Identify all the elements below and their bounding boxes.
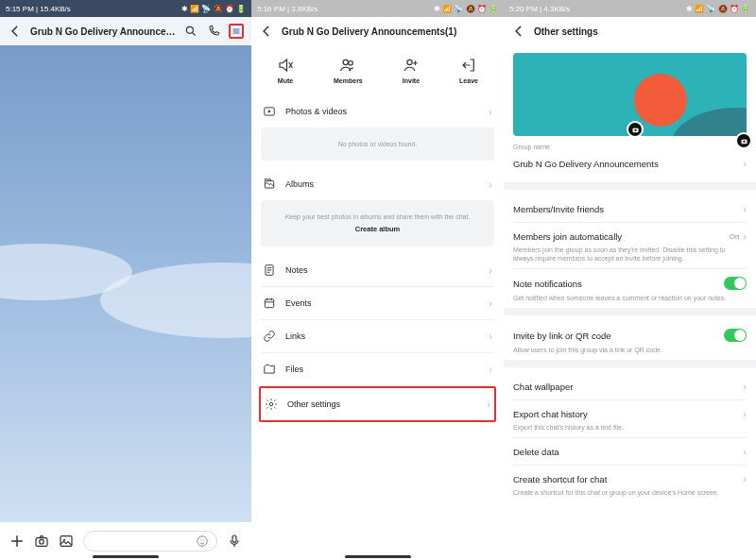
svg-rect-15 bbox=[265, 299, 273, 308]
home-indicator bbox=[93, 555, 159, 558]
home-indicator bbox=[345, 555, 411, 558]
status-bar: 5:20 PM | 4.3KB/s ✱ 📶 📡 🔕 ⏰ 🔋 bbox=[504, 0, 756, 17]
links-row[interactable]: Links› bbox=[261, 320, 494, 352]
other-settings-row[interactable]: Other settings› bbox=[259, 386, 496, 422]
screen-chat: 5:15 PM | 15.4KB/s ✱ 📶 📡 🔕 ⏰ 🔋 Grub N Go… bbox=[0, 0, 251, 560]
chat-background bbox=[0, 45, 251, 560]
svg-point-9 bbox=[344, 59, 349, 64]
camera-icon[interactable] bbox=[735, 132, 752, 149]
invite-button[interactable]: Invite bbox=[403, 57, 420, 84]
events-row[interactable]: Events› bbox=[261, 287, 494, 319]
plus-icon[interactable] bbox=[9, 534, 25, 549]
info-header: Grub N Go Delivery Announcements(1) bbox=[251, 17, 504, 45]
toggle-on-icon[interactable] bbox=[724, 277, 747, 290]
back-icon[interactable] bbox=[8, 24, 23, 39]
photos-row[interactable]: Photos & videos› bbox=[261, 95, 494, 127]
svg-point-20 bbox=[743, 140, 745, 142]
albums-empty[interactable]: Keep your best photos in albums and shar… bbox=[261, 200, 494, 246]
svg-point-5 bbox=[198, 536, 208, 547]
chat-title: Grub N Go Delivery Announce… (1) bbox=[30, 26, 176, 37]
search-icon[interactable] bbox=[183, 24, 198, 39]
composer-bar bbox=[0, 522, 251, 560]
back-icon[interactable] bbox=[511, 24, 526, 39]
files-row[interactable]: Files› bbox=[261, 353, 494, 385]
status-bar: 5:16 PM | 3.8KB/s ✱ 📶 📡 🔕 ⏰ 🔋 bbox=[251, 0, 504, 17]
info-title: Grub N Go Delivery Announcements(1) bbox=[282, 26, 496, 37]
message-input[interactable] bbox=[83, 531, 217, 552]
call-icon[interactable] bbox=[206, 24, 221, 39]
notes-row[interactable]: Notes› bbox=[261, 254, 494, 286]
svg-point-16 bbox=[269, 402, 273, 406]
mic-icon[interactable] bbox=[227, 534, 242, 549]
export-sub: Export this chat's history as a text fil… bbox=[513, 423, 747, 432]
back-icon[interactable] bbox=[259, 24, 274, 39]
settings-title: Other settings bbox=[534, 26, 748, 37]
svg-point-6 bbox=[200, 539, 201, 540]
status-bar: 5:15 PM | 15.4KB/s ✱ 📶 📡 🔕 ⏰ 🔋 bbox=[0, 0, 251, 17]
group-cover[interactable] bbox=[513, 53, 747, 136]
svg-point-7 bbox=[203, 539, 204, 540]
wallpaper-row[interactable]: Chat wallpaper› bbox=[513, 373, 747, 399]
svg-point-0 bbox=[186, 26, 193, 33]
members-row[interactable]: Members/Invite friends› bbox=[513, 195, 747, 222]
camera-icon[interactable] bbox=[34, 534, 49, 549]
svg-rect-8 bbox=[232, 535, 236, 542]
auto-join-sub: Members join the group as soon as they'r… bbox=[513, 246, 747, 263]
camera-icon[interactable] bbox=[627, 121, 644, 136]
gallery-icon[interactable] bbox=[59, 534, 74, 549]
shortcut-sub: Create a shortcut for this chat or group… bbox=[513, 488, 747, 497]
svg-rect-3 bbox=[60, 536, 72, 547]
group-name-row[interactable]: Grub N Go Delivery Announcements› bbox=[513, 150, 747, 177]
emoji-icon[interactable] bbox=[196, 535, 209, 548]
svg-point-10 bbox=[349, 61, 353, 66]
screen-chat-info: 5:16 PM | 3.8KB/s ✱ 📶 📡 🔕 ⏰ 🔋 Grub N Go … bbox=[251, 0, 504, 560]
note-notif-sub: Get notified when someone leaves a comme… bbox=[513, 294, 747, 302]
screen-other-settings: 5:20 PM | 4.3KB/s ✱ 📶 📡 🔕 ⏰ 🔋 Other sett… bbox=[504, 0, 756, 560]
toggle-on-icon[interactable] bbox=[724, 329, 747, 342]
leave-button[interactable]: Leave bbox=[459, 57, 478, 84]
photos-empty: No photos or videos found. bbox=[261, 127, 494, 161]
albums-row[interactable]: Albums› bbox=[261, 168, 494, 200]
settings-header: Other settings bbox=[504, 17, 756, 45]
delete-row[interactable]: Delete data› bbox=[513, 438, 747, 465]
members-button[interactable]: Members bbox=[334, 57, 363, 84]
chat-header: Grub N Go Delivery Announce… (1) bbox=[0, 17, 251, 45]
svg-point-11 bbox=[407, 59, 412, 64]
menu-icon[interactable] bbox=[229, 24, 244, 39]
svg-point-2 bbox=[40, 539, 44, 544]
group-name-label: Group name bbox=[513, 144, 747, 150]
svg-point-18 bbox=[634, 128, 636, 130]
mute-button[interactable]: Mute bbox=[277, 57, 294, 84]
invite-link-sub: Allow users to join this group via a lin… bbox=[513, 346, 747, 354]
